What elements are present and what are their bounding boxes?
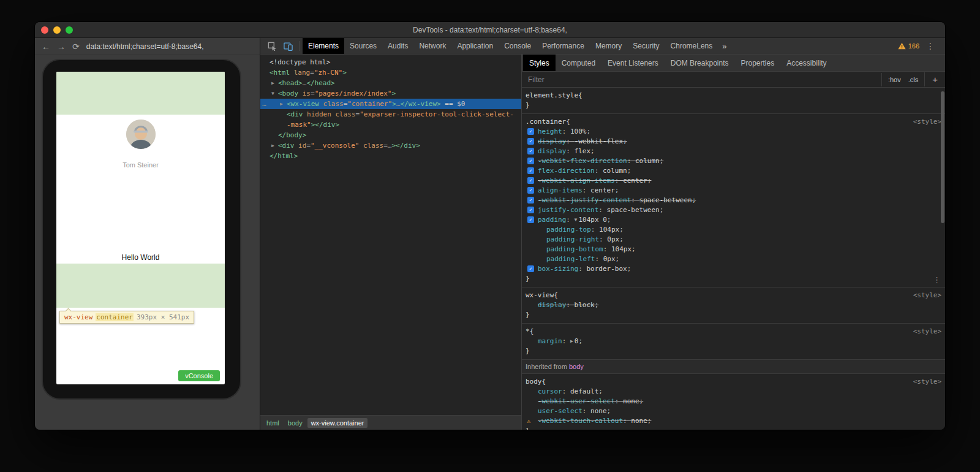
style-source-link[interactable]: <style> [913, 377, 941, 387]
property-name[interactable]: display [538, 137, 566, 145]
property-name[interactable]: padding-bottom [546, 245, 603, 253]
address-url[interactable]: data:text/html;charset=utf-8;base64, [86, 42, 204, 51]
css-selector[interactable]: body [526, 377, 542, 387]
css-declaration[interactable]: ✓-webkit-justify-content: space-between; [526, 196, 941, 205]
tab-performance[interactable]: Performance [537, 38, 590, 54]
device-screen[interactable]: Tom Steiner Hello World wx-viewcontainer… [56, 72, 225, 384]
declaration-checkbox[interactable]: ✓ [527, 167, 534, 174]
css-declaration[interactable]: ⚠-webkit-touch-callout: none; [526, 416, 941, 426]
close-button[interactable] [41, 26, 48, 34]
declaration-checkbox[interactable]: ✓ [527, 187, 534, 194]
property-name[interactable]: align-items [538, 186, 582, 194]
declaration-checkbox[interactable]: ✓ [527, 265, 534, 272]
devtools-menu-kebab-icon[interactable]: ⋮ [923, 41, 938, 51]
expand-arrow-icon[interactable]: ▶ [271, 78, 278, 88]
tab-network[interactable]: Network [413, 38, 451, 54]
dom-node[interactable]: <!doctype html> [260, 57, 521, 67]
property-value[interactable]: default [570, 387, 598, 395]
dom-node[interactable]: ▼<body is="pages/index/index"> [260, 88, 521, 99]
css-declaration[interactable]: padding-top: 104px; [526, 225, 941, 235]
class-toggle[interactable]: .cls [908, 76, 919, 83]
style-source-link[interactable]: <style> [913, 117, 941, 127]
property-name[interactable]: height [538, 128, 562, 135]
property-value[interactable]: none [631, 417, 647, 425]
sidebar-tab-event-listeners[interactable]: Event Listeners [601, 55, 665, 71]
declaration-checkbox[interactable]: ✓ [527, 216, 534, 223]
reload-icon[interactable]: ⟳ [72, 42, 80, 51]
property-name[interactable]: display [538, 301, 566, 309]
property-name[interactable]: user-select [538, 407, 582, 415]
property-value[interactable]: space-between [607, 206, 660, 214]
css-selector[interactable]: element.style [526, 91, 578, 101]
property-name[interactable]: padding-top [546, 226, 591, 234]
tab-audits[interactable]: Audits [382, 38, 413, 54]
css-declaration[interactable]: ✓box-sizing: border-box; [526, 264, 941, 274]
css-selector[interactable]: wx-view [526, 291, 554, 300]
shorthand-expand-icon[interactable]: ▶ [570, 338, 573, 344]
property-value[interactable]: 104px [611, 245, 631, 253]
expand-arrow-icon[interactable]: ▶ [280, 99, 287, 109]
property-name[interactable]: flex-direction [538, 167, 595, 175]
shorthand-expand-icon[interactable]: ▼ [575, 217, 578, 223]
styles-filter-input[interactable] [527, 75, 881, 85]
inherited-node-link[interactable]: body [569, 363, 584, 370]
sidebar-tab-properties[interactable]: Properties [734, 55, 780, 71]
sidebar-tab-styles[interactable]: Styles [523, 55, 556, 71]
expand-arrow-icon[interactable]: ▶ [271, 140, 278, 151]
property-value[interactable]: none [623, 397, 639, 405]
property-value[interactable]: flex [575, 147, 591, 155]
css-declaration[interactable]: -webkit-user-select: none; [526, 397, 941, 406]
sidebar-tab-accessibility[interactable]: Accessibility [780, 55, 832, 71]
css-declaration[interactable]: cursor: default; [526, 387, 941, 397]
dom-node[interactable]: </html> [260, 151, 521, 161]
window-titlebar[interactable]: DevTools - data:text/html;charset=utf-8;… [35, 22, 945, 38]
pseudo-state-toggle[interactable]: :hov [888, 76, 901, 83]
property-name[interactable]: -webkit-touch-callout [538, 417, 623, 425]
css-declaration[interactable]: ✓padding: ▼104px 0; [526, 215, 941, 225]
property-name[interactable]: padding-right [546, 235, 599, 243]
dom-node[interactable]: ▶<div id="__vconsole" class=…></div> [260, 140, 521, 151]
dom-node[interactable]: ▶<head>…</head> [260, 78, 521, 88]
declaration-checkbox[interactable]: ✓ [527, 177, 534, 184]
tab-elements[interactable]: Elements [303, 38, 344, 54]
property-value[interactable]: none [590, 407, 607, 415]
scrollbar-thumb[interactable] [941, 91, 944, 223]
property-value[interactable]: center [623, 177, 647, 185]
property-value[interactable]: center [590, 186, 615, 194]
css-declaration[interactable]: padding-right: 0px; [526, 235, 941, 245]
tab-memory[interactable]: Memory [590, 38, 627, 54]
dom-node[interactable]: <html lang="zh-CN"> [260, 67, 521, 78]
property-value[interactable]: 100% [570, 128, 587, 135]
crumb-body[interactable]: body [284, 418, 306, 428]
property-name[interactable]: -webkit-flex-direction [538, 157, 627, 165]
property-name[interactable]: padding [538, 216, 566, 224]
css-declaration[interactable]: ✓justify-content: space-between; [526, 205, 941, 215]
css-declaration[interactable]: ✓display: flex; [526, 147, 941, 156]
device-toolbar-icon[interactable] [280, 40, 296, 52]
property-name[interactable]: box-sizing [538, 265, 578, 273]
property-name[interactable]: margin [538, 337, 562, 345]
property-name[interactable]: -webkit-align-items [538, 177, 615, 185]
crumb-html[interactable]: html [263, 418, 283, 428]
property-value[interactable]: 0px [603, 255, 616, 263]
sidebar-tab-dom-breakpoints[interactable]: DOM Breakpoints [665, 55, 735, 71]
property-value[interactable]: border-box [586, 265, 627, 273]
vconsole-button[interactable]: vConsole [178, 370, 220, 381]
console-warning-badge[interactable]: 166 [898, 42, 919, 50]
property-value[interactable]: space-between [639, 196, 692, 204]
crumb-wx-view-container[interactable]: wx-view.container [307, 418, 368, 428]
property-value[interactable]: 104px [599, 226, 619, 234]
tab-application[interactable]: Application [451, 38, 499, 54]
minimize-button[interactable] [53, 26, 61, 34]
inspect-element-icon[interactable] [264, 40, 280, 52]
css-declaration[interactable]: display: block; [526, 300, 941, 310]
css-declaration[interactable]: ✓-webkit-align-items: center; [526, 176, 941, 186]
zoom-button[interactable] [66, 26, 73, 34]
declaration-checkbox[interactable]: ✓ [527, 148, 534, 154]
property-name[interactable]: justify-content [538, 206, 598, 214]
css-selector[interactable]: * [526, 327, 530, 337]
css-declaration[interactable]: user-select: none; [526, 406, 941, 416]
property-value[interactable]: column [603, 167, 627, 175]
back-icon[interactable]: ← [42, 42, 50, 51]
sidebar-tab-computed[interactable]: Computed [556, 55, 601, 71]
